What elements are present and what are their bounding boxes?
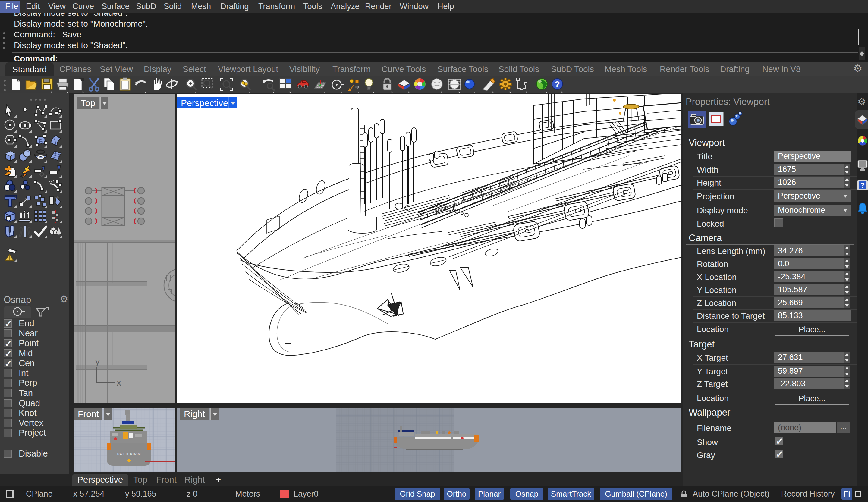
- svg-text:ROTTERDAM: ROTTERDAM: [117, 452, 141, 456]
- svg-text:x: x: [117, 378, 121, 387]
- svg-text:y: y: [95, 356, 100, 366]
- svg-text:?: ?: [555, 79, 560, 89]
